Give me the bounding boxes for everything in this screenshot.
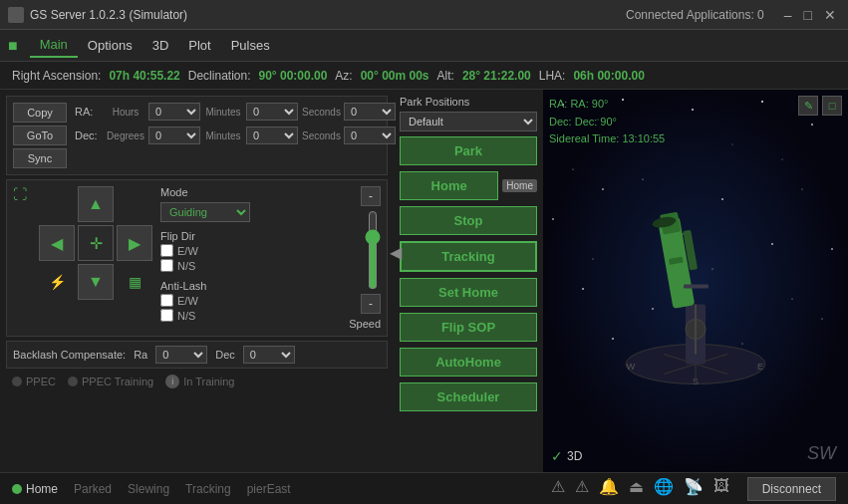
dec-minutes-label: Minutes <box>204 130 242 141</box>
svg-point-4 <box>692 109 694 111</box>
view-sidereal: Sidereal Time: 13:10:55 <box>549 130 665 148</box>
title-bar: GS Server 1.0.2.3 (Simulator) Connected … <box>0 0 848 30</box>
disconnect-button[interactable]: Disconnect <box>747 477 836 501</box>
right-panel: N E S W <box>543 90 848 472</box>
ra-row: RA: Hours 0123 6121823 Minutes 015304559… <box>75 103 396 121</box>
sync-button[interactable]: Sync <box>13 148 67 168</box>
flip-ns-item[interactable]: N/S <box>160 259 341 272</box>
menu-item-3d[interactable]: 3D <box>142 34 179 57</box>
backlash-ra-label: Ra <box>134 349 147 361</box>
expand-icon[interactable]: ⛶ <box>13 186 27 330</box>
view-ra-label: RA: <box>549 98 570 110</box>
telescope-3d-model: N E S W <box>596 155 795 407</box>
svg-point-13 <box>802 189 803 190</box>
slewing-status-label: Slewing <box>128 482 169 496</box>
hours-label: Hours <box>107 107 144 118</box>
ra-input-group: Hours 0123 6121823 Minutes 015304559 Sec… <box>107 103 396 121</box>
speed-slider[interactable] <box>365 210 381 290</box>
lha-value: 06h 00:00.00 <box>573 69 644 83</box>
speed-label: Speed <box>349 318 381 330</box>
backlash-label: Backlash Compensate: <box>13 349 126 361</box>
warning-icon[interactable]: ⚠ <box>551 477 565 501</box>
menu-item-plot[interactable]: Plot <box>178 34 220 57</box>
backlash-ra-select[interactable]: 0102050 <box>155 346 207 364</box>
sw-watermark: SW <box>807 443 836 464</box>
scheduler-button[interactable]: Scheduler <box>400 382 537 411</box>
ra-hours-select[interactable]: 0123 6121823 <box>148 103 200 121</box>
antilash-ew-checkbox[interactable] <box>160 294 173 307</box>
app-title: GS Server 1.0.2.3 (Simulator) <box>30 8 626 22</box>
flip-ns-checkbox[interactable] <box>160 259 173 272</box>
antilash-ew-item[interactable]: E/W <box>160 294 341 307</box>
backlash-dec-select[interactable]: 0102050 <box>243 346 295 364</box>
arrow-left-icon: ◀ <box>51 234 63 253</box>
joy-up-button[interactable]: ▲ <box>78 186 114 222</box>
mode-label: Mode <box>160 186 341 198</box>
arrow-up-icon: ▲ <box>88 195 104 213</box>
joy-down-button[interactable]: ▼ <box>78 264 114 300</box>
monitor-icon[interactable]: 🖼 <box>713 477 729 501</box>
goto-button[interactable]: GoTo <box>13 126 67 145</box>
bell-icon[interactable]: 🔔 <box>599 477 619 501</box>
joy-empty-br: ▦ <box>117 264 152 300</box>
speed-minus-button[interactable]: - <box>361 294 381 314</box>
camera-icon: ▦ <box>129 274 141 290</box>
globe-icon[interactable]: 🌐 <box>654 477 674 501</box>
joy-center-button[interactable]: ✛ <box>78 225 114 261</box>
view-overlay-info: RA: RA: 90° Dec: Dec: 90° Sidereal Time:… <box>549 96 665 148</box>
alert-icon[interactable]: ⚠ <box>575 477 589 501</box>
antilash-ns-item[interactable]: N/S <box>160 309 341 322</box>
flip-sop-button[interactable]: Flip SOP <box>400 313 537 342</box>
menu-item-options[interactable]: Options <box>78 34 142 57</box>
dec-minutes-select[interactable]: 015304559 <box>246 126 298 144</box>
stop-button[interactable]: Stop <box>400 206 537 235</box>
dec-degrees-select[interactable]: 030456090 <box>148 126 200 144</box>
view-dec-label: Dec: <box>549 116 575 127</box>
auto-home-button[interactable]: AutoHome <box>400 348 537 377</box>
park-pos-select[interactable]: Default Park 1 Park 2 Park 3 <box>400 112 537 131</box>
svg-point-23 <box>822 319 823 320</box>
dec-seconds-select[interactable]: 015304559 <box>344 126 396 144</box>
close-button[interactable]: ✕ <box>820 7 840 23</box>
usb-icon[interactable]: ⏏ <box>629 477 644 501</box>
joy-empty-tr <box>117 186 152 222</box>
ra-seconds-select[interactable]: 015304559 <box>344 103 396 121</box>
anti-lash-label: Anti-Lash <box>160 280 341 292</box>
speed-plus-button[interactable]: - <box>361 186 381 206</box>
menu-item-pulses[interactable]: Pulses <box>221 34 280 57</box>
anti-lash-checkboxes: E/W N/S <box>160 294 341 322</box>
svg-point-14 <box>552 218 554 220</box>
antilash-ns-checkbox[interactable] <box>160 309 173 322</box>
menu-item-main[interactable]: Main <box>30 33 78 58</box>
view-settings-button[interactable]: □ <box>822 96 842 116</box>
flip-ew-checkbox[interactable] <box>160 244 173 257</box>
svg-text:W: W <box>627 362 636 372</box>
mode-select[interactable]: Guiding Slewing Centering <box>160 202 250 222</box>
maximize-button[interactable]: □ <box>800 7 816 23</box>
flip-ew-label: E/W <box>177 245 198 257</box>
parked-status-label: Parked <box>74 482 112 496</box>
minimize-button[interactable]: – <box>780 7 796 23</box>
tracking-button[interactable]: Tracking <box>400 241 537 272</box>
app-icon <box>8 7 24 23</box>
status-home: Home <box>12 482 58 496</box>
alt-value: 28° 21:22.00 <box>462 69 531 83</box>
flip-ew-item[interactable]: E/W <box>160 244 341 257</box>
set-home-button[interactable]: Set Home <box>400 278 537 307</box>
ra-minutes-select[interactable]: 015304559 <box>246 103 298 121</box>
joy-left-button[interactable]: ◀ <box>39 225 75 261</box>
status-bar: Right Ascension: 07h 40:55.22 Declinatio… <box>0 62 848 90</box>
panel-expand-button[interactable]: ◀ <box>390 243 402 262</box>
home-button[interactable]: Home <box>400 171 498 200</box>
antilash-ns-label: N/S <box>177 310 195 322</box>
park-button[interactable]: Park <box>400 136 537 165</box>
joy-right-button[interactable]: ▶ <box>117 225 152 261</box>
left-panel: Copy GoTo Sync RA: Hours 0123 6121823 Mi… <box>0 90 394 472</box>
degrees-label: Degrees <box>107 130 144 141</box>
backlash-dec-label: Dec <box>215 349 235 361</box>
view-edit-button[interactable]: ✎ <box>798 96 818 116</box>
satellite-icon[interactable]: 📡 <box>684 477 704 501</box>
window-controls: – □ ✕ <box>780 7 840 23</box>
app-logo-icon: ■ <box>8 37 18 55</box>
copy-button[interactable]: Copy <box>13 103 67 123</box>
